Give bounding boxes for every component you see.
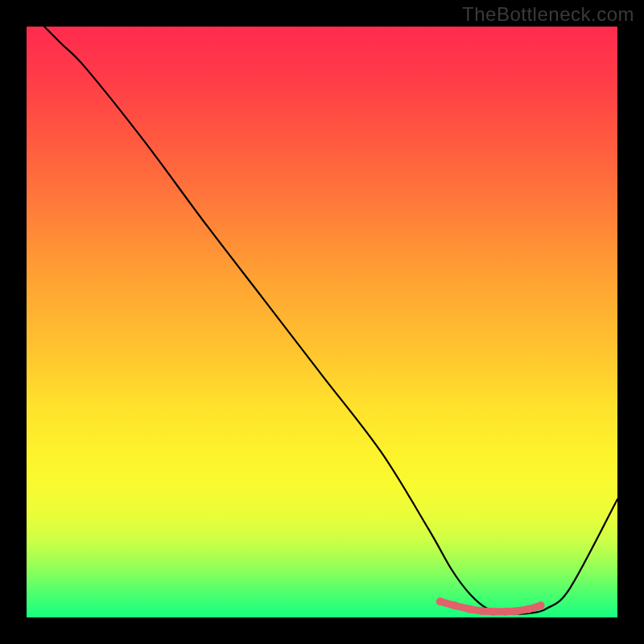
bottom-marker bbox=[477, 607, 485, 615]
bottom-marker bbox=[489, 608, 497, 616]
bottom-marker bbox=[502, 608, 510, 616]
bottom-marker-group bbox=[436, 597, 545, 615]
bottom-marker bbox=[513, 607, 521, 615]
plot-area bbox=[27, 27, 617, 617]
bottom-marker bbox=[537, 601, 545, 609]
curve-layer bbox=[27, 27, 617, 617]
chart-frame: TheBottleneck.com bbox=[0, 0, 644, 644]
bottom-marker bbox=[451, 601, 459, 609]
bottleneck-curve bbox=[44, 27, 617, 614]
watermark-text: TheBottleneck.com bbox=[462, 3, 634, 26]
bottom-marker bbox=[436, 597, 444, 605]
bottom-marker bbox=[466, 605, 474, 613]
bottom-marker bbox=[525, 605, 533, 613]
